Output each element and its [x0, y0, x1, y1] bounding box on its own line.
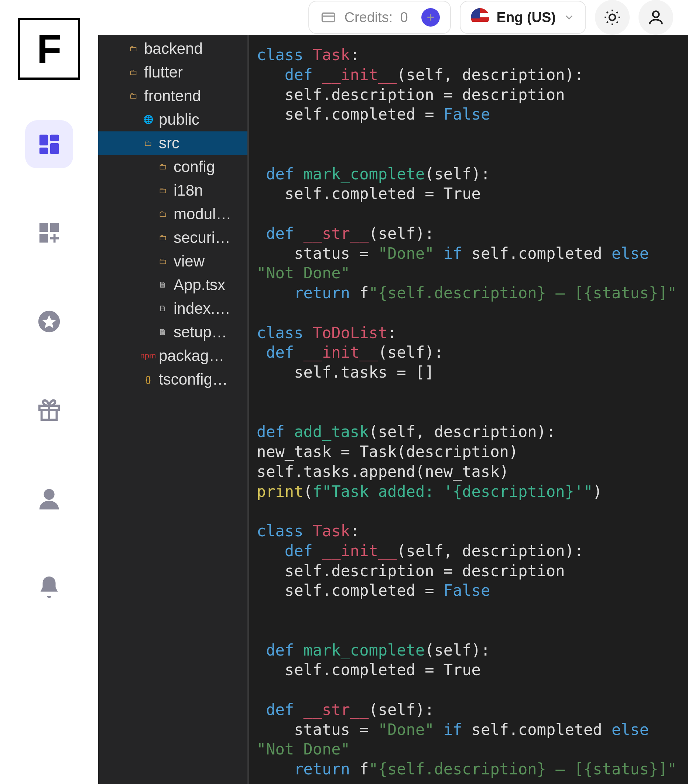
- tree-item-label: src: [159, 134, 180, 152]
- tree-item-label: public: [159, 111, 200, 128]
- top-bar: Credits: 0 Eng (US): [98, 0, 688, 35]
- credit-card-icon: [319, 10, 337, 25]
- tree-item-label: tsconfig…: [159, 371, 228, 388]
- folder-icon: 🗀: [128, 68, 139, 77]
- tree-item-label: i18n: [173, 181, 203, 199]
- code-line: [257, 382, 681, 402]
- tree-item-apptsx[interactable]: 🗎App.tsx: [98, 273, 247, 297]
- star-nav-item[interactable]: [25, 298, 73, 346]
- credits-pill[interactable]: Credits: 0: [309, 1, 451, 34]
- code-line: self.tasks = []: [257, 362, 681, 382]
- code-line: class Task:: [257, 45, 681, 65]
- tree-item-label: modul…: [173, 205, 231, 223]
- logo[interactable]: F: [18, 18, 80, 80]
- svg-line-22: [607, 12, 608, 13]
- credits-value: 0: [400, 10, 408, 25]
- svg-line-26: [607, 22, 608, 23]
- svg-rect-2: [50, 143, 59, 154]
- tree-item-flutter[interactable]: 🗀flutter: [98, 61, 247, 84]
- code-line: status = "Done" if self.completed else "…: [257, 244, 681, 283]
- file-tree[interactable]: 🗀backend🗀flutter🗀frontend🌐public🗀src🗀con…: [98, 35, 247, 784]
- file-icon: 🗎: [157, 328, 168, 337]
- svg-rect-3: [40, 148, 48, 154]
- theme-toggle-button[interactable]: [595, 0, 630, 35]
- tree-item-i18n[interactable]: 🗀i18n: [98, 179, 247, 202]
- code-line: self.completed = False: [257, 104, 681, 124]
- code-line: def add_task(self, description):: [257, 422, 681, 442]
- tree-item-view[interactable]: 🗀view: [98, 250, 247, 273]
- svg-point-28: [653, 11, 659, 17]
- code-line: def mark_complete(self):: [257, 641, 681, 660]
- user-icon: [647, 8, 665, 26]
- folder-icon: 🗀: [157, 209, 168, 219]
- tree-item-label: view: [173, 252, 205, 270]
- svg-rect-6: [40, 234, 48, 242]
- add-panel-icon: [36, 220, 62, 246]
- tree-item-frontend[interactable]: 🗀frontend: [98, 84, 247, 108]
- folder-icon: 🗀: [142, 138, 153, 148]
- tree-item-securi[interactable]: 🗀securi…: [98, 226, 247, 250]
- code-line: [257, 204, 681, 224]
- code-line: self.tasks.append(new_task): [257, 462, 681, 482]
- tree-item-src[interactable]: 🗀src: [98, 132, 247, 155]
- credits-label: Credits:: [345, 10, 393, 25]
- code-editor[interactable]: class Task: def __init__(self, descripti…: [247, 35, 688, 784]
- gift-nav-item[interactable]: [25, 386, 73, 434]
- code-line: class Task:: [257, 521, 681, 541]
- svg-rect-0: [40, 135, 48, 145]
- tree-item-public[interactable]: 🌐public: [98, 108, 247, 132]
- file-icon: 🗎: [157, 304, 168, 313]
- tree-item-setup[interactable]: 🗎setup…: [98, 320, 247, 344]
- svg-rect-1: [50, 135, 59, 142]
- code-line: self.completed = True: [257, 184, 681, 204]
- code-line: [257, 124, 681, 144]
- code-line: def __init__(self):: [257, 343, 681, 362]
- tree-item-label: frontend: [144, 87, 201, 105]
- code-line: def __str__(self):: [257, 224, 681, 244]
- main: Credits: 0 Eng (US) 🗀backend🗀flutter🗀fro…: [98, 0, 688, 784]
- profile-nav-item[interactable]: [25, 475, 73, 523]
- svg-rect-15: [322, 13, 334, 21]
- add-panel-nav-item[interactable]: [25, 209, 73, 257]
- bell-icon: [36, 574, 62, 600]
- language-selector[interactable]: Eng (US): [460, 1, 586, 34]
- tree-item-label: flutter: [144, 64, 183, 81]
- nav-rail: F: [0, 0, 98, 784]
- code-line: [257, 303, 681, 323]
- code-line: status = "Done" if self.completed else "…: [257, 720, 681, 759]
- tree-item-label: index.…: [173, 300, 231, 318]
- dashboard-icon: [36, 132, 62, 157]
- folder-icon: 🗀: [157, 233, 168, 242]
- tree-item-modul[interactable]: 🗀modul…: [98, 202, 247, 226]
- svg-line-23: [617, 22, 618, 23]
- json-icon: {}: [142, 375, 153, 384]
- public-folder-icon: 🌐: [142, 115, 153, 124]
- add-credits-button[interactable]: [421, 8, 440, 26]
- svg-rect-4: [40, 223, 48, 232]
- tree-item-label: securi…: [173, 229, 231, 247]
- tree-item-index[interactable]: 🗎index.…: [98, 297, 247, 320]
- code-line: self.description = description: [257, 561, 681, 581]
- code-line: def mark_complete(self):: [257, 164, 681, 184]
- code-line: self.completed = False: [257, 581, 681, 601]
- svg-point-19: [609, 15, 615, 21]
- code-line: [257, 501, 681, 521]
- plus-icon: [425, 12, 436, 23]
- bell-nav-item[interactable]: [25, 563, 73, 611]
- code-line: print(f"Task added: '{description}'"): [257, 482, 681, 502]
- code-line: def __str__(self):: [257, 700, 681, 720]
- tree-item-backend[interactable]: 🗀backend: [98, 37, 247, 61]
- code-line: self.completed = True: [257, 660, 681, 680]
- code-line: return f"{self.description} – [{status}]…: [257, 759, 681, 779]
- code-line: [257, 601, 681, 621]
- folder-icon: 🗀: [157, 257, 168, 266]
- dashboard-nav-item[interactable]: [25, 120, 73, 168]
- tree-item-packag[interactable]: npmpackag…: [98, 344, 247, 367]
- tree-item-label: backend: [144, 40, 203, 58]
- user-menu-button[interactable]: [639, 0, 673, 35]
- svg-point-14: [44, 489, 54, 500]
- sun-icon: [603, 8, 622, 26]
- tree-item-config[interactable]: 🗀config: [98, 155, 247, 179]
- folder-icon: 🗀: [157, 186, 168, 195]
- tree-item-tsconfig[interactable]: {}tsconfig…: [98, 367, 247, 391]
